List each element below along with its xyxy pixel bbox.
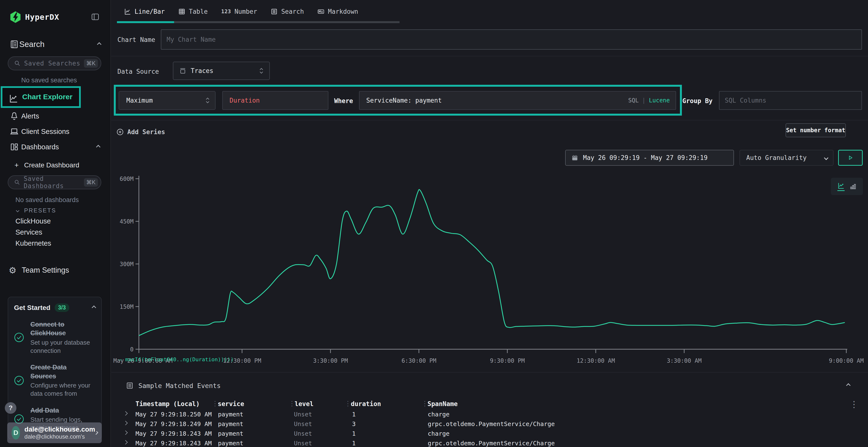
- field-value: Duration: [229, 97, 260, 104]
- table-row[interactable]: May 27 9:29:18.243 AMpaymentUnset1grpc.o…: [112, 439, 868, 447]
- cell-span: grpc.oteldemo.PaymentService/Charge: [428, 440, 555, 447]
- divider: [112, 56, 868, 56]
- lucene-toggle[interactable]: Lucene: [649, 97, 670, 104]
- user-email: dale@clickhouse.com: [24, 425, 95, 433]
- column-resize-handle[interactable]: ⋮: [422, 399, 428, 408]
- column-header-duration[interactable]: duration: [351, 400, 381, 408]
- preset-services[interactable]: Services: [16, 228, 42, 236]
- sidebar-item-chart-explorer[interactable]: Chart Explorer: [1, 86, 81, 108]
- cell-ts: May 27 9:29:18.243 AM: [135, 430, 212, 437]
- team-settings-label: Team Settings: [22, 266, 69, 275]
- field-input[interactable]: Duration: [222, 91, 329, 110]
- events-table-header: Timestamp (Local) ⋮ service ⋮ level ⋮ du…: [112, 399, 868, 410]
- view-tabbar: Line/Bar Table 123 Number Search Markdow…: [112, 0, 868, 23]
- collapse-section-icon[interactable]: [846, 383, 850, 387]
- column-header-spanname[interactable]: SpanName: [428, 400, 458, 408]
- tab-table[interactable]: Table: [172, 0, 214, 23]
- column-resize-handle[interactable]: ⋮: [345, 399, 351, 408]
- create-dashboard-button[interactable]: + Create Dashboard: [0, 160, 111, 171]
- chevron-up-icon: [97, 42, 101, 46]
- divider: [112, 120, 868, 121]
- set-number-format-button[interactable]: Set number format: [785, 123, 846, 137]
- column-resize-handle[interactable]: ⋮: [289, 399, 296, 408]
- sidebar-collapse-button[interactable]: [91, 12, 100, 21]
- chevron-up-icon: [92, 305, 96, 310]
- sql-toggle[interactable]: SQL: [628, 97, 639, 104]
- y-tick-label: 300M: [120, 261, 133, 268]
- saved-dashboards-placeholder: Saved Dashboards: [24, 175, 84, 190]
- plus-circle-icon: [116, 128, 124, 136]
- group-by-input[interactable]: [719, 91, 862, 110]
- help-button[interactable]: ?: [5, 402, 17, 414]
- sidebar-section-search[interactable]: Search: [10, 38, 101, 51]
- shortcut-badge: ⌘K: [84, 178, 98, 187]
- sidebar-item-label: Dashboards: [21, 143, 59, 151]
- column-header-level[interactable]: level: [294, 400, 313, 408]
- tab-line-bar[interactable]: Line/Bar: [117, 0, 172, 23]
- chart-name-input[interactable]: [161, 29, 862, 49]
- y-tick-label: 150M: [120, 304, 133, 310]
- expand-row-icon[interactable]: [123, 421, 128, 425]
- aggregation-select[interactable]: Maximum: [119, 91, 216, 110]
- shortcut-badge: ⌘K: [84, 59, 98, 68]
- y-tick-label: 450M: [120, 218, 133, 225]
- preset-clickhouse[interactable]: ClickHouse: [16, 217, 51, 225]
- sidebar-item-client-sessions[interactable]: Client Sessions: [0, 124, 111, 139]
- saved-searches-input[interactable]: Saved Searches ⌘K: [8, 56, 101, 70]
- where-value: ServiceName: payment: [366, 97, 442, 104]
- saved-dashboards-input[interactable]: Saved Dashboards ⌘K: [8, 175, 101, 189]
- search-icon: [14, 60, 21, 67]
- expand-row-icon[interactable]: [123, 431, 128, 435]
- search-icon: [14, 179, 20, 186]
- data-source-label: Data Source: [117, 68, 159, 75]
- table-options-kebab-icon[interactable]: ⋮: [850, 399, 858, 409]
- where-input[interactable]: ServiceName: payment SQL | Lucene: [359, 91, 676, 110]
- cell-duration: 1: [352, 430, 355, 437]
- column-header-service[interactable]: service: [218, 400, 244, 408]
- sidebar-item-dashboards[interactable]: Dashboards: [0, 139, 111, 154]
- presets-toggle[interactable]: PRESETS: [17, 207, 56, 214]
- tab-label: Line/Bar: [134, 8, 165, 15]
- data-source-select[interactable]: Traces: [173, 62, 270, 80]
- where-label: Where: [334, 97, 353, 105]
- table-row[interactable]: May 27 9:29:18.250 AMpaymentUnset1charge: [112, 410, 868, 419]
- laptop-icon: [10, 127, 19, 136]
- expand-row-icon[interactable]: [123, 411, 128, 415]
- tab-label: Markdown: [328, 8, 358, 15]
- cell-service: payment: [218, 430, 243, 437]
- check-circle-icon: [14, 375, 24, 386]
- expand-row-icon[interactable]: [123, 440, 128, 444]
- get-started-item-subtitle: Configure where your data comes from: [30, 381, 91, 398]
- table-row[interactable]: May 27 9:29:18.249 AMpaymentUnset3grpc.o…: [112, 419, 868, 429]
- tab-markdown[interactable]: Markdown: [311, 0, 365, 23]
- tab-number[interactable]: 123 Number: [215, 0, 264, 23]
- sample-events-header[interactable]: Sample Matched Events: [126, 380, 221, 391]
- tab-search[interactable]: Search: [264, 0, 311, 23]
- user-menu[interactable]: D dale@clickhouse.com dale@clickhouse.co…: [7, 422, 102, 443]
- no-saved-dashboards-note: No saved dashboards: [16, 196, 79, 204]
- column-header-timestamp[interactable]: Timestamp (Local): [135, 400, 199, 408]
- tab-label: Search: [281, 8, 304, 15]
- number-123-icon: 123: [221, 9, 231, 14]
- get-started-item[interactable]: Create Data Sources Configure where your…: [14, 363, 95, 398]
- main-content: Line/Bar Table 123 Number Search Markdow…: [112, 0, 868, 447]
- panel-collapse-icon: [91, 12, 100, 21]
- dashboard-grid-icon: [10, 142, 19, 151]
- archive-box-icon: [179, 67, 186, 74]
- x-tick-label: 3:30:00 AM: [667, 357, 702, 364]
- gear-icon: ⚙: [9, 265, 17, 275]
- cell-service: payment: [218, 420, 243, 427]
- get-started-item[interactable]: Connect to ClickHouse Set up your databa…: [14, 320, 95, 355]
- cell-ts: May 27 9:29:18.243 AM: [135, 440, 212, 447]
- cell-level: Unset: [294, 420, 312, 427]
- preset-kubernetes[interactable]: Kubernetes: [16, 239, 51, 247]
- add-series-button[interactable]: Add Series: [116, 126, 165, 138]
- get-started-header[interactable]: Get Started 3/3: [14, 304, 95, 312]
- timeseries-chart[interactable]: 0150M300M450M600MMay 26 9:00:00 AM12:30:…: [112, 159, 868, 366]
- column-resize-handle[interactable]: ⋮: [212, 399, 218, 408]
- cell-level: Unset: [294, 440, 312, 447]
- table-row[interactable]: May 27 9:29:18.243 AMpaymentUnset1charge: [112, 429, 868, 439]
- toggle-divider: |: [642, 97, 646, 104]
- sidebar-item-alerts[interactable]: Alerts: [0, 108, 111, 124]
- sidebar-item-team-settings[interactable]: ⚙ Team Settings: [0, 263, 111, 278]
